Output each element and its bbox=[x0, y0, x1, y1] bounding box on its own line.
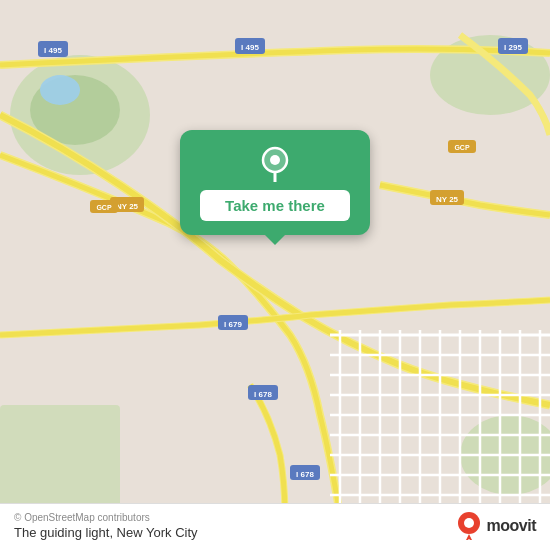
bottom-bar: © OpenStreetMap contributors The guiding… bbox=[0, 503, 550, 550]
svg-text:GCP: GCP bbox=[96, 204, 112, 211]
take-me-there-button[interactable]: Take me there bbox=[200, 190, 350, 221]
bottom-left-info: © OpenStreetMap contributors The guiding… bbox=[14, 512, 198, 540]
map-svg: I 495 I 495 I 295 NY 25 NY 25 GCP GCP I … bbox=[0, 0, 550, 550]
svg-text:I 678: I 678 bbox=[254, 390, 272, 399]
svg-text:I 495: I 495 bbox=[44, 46, 62, 55]
moovit-logo: moovit bbox=[455, 512, 536, 540]
svg-point-48 bbox=[270, 155, 280, 165]
svg-text:I 495: I 495 bbox=[241, 43, 259, 52]
moovit-logo-icon bbox=[455, 512, 483, 540]
map-container: I 495 I 495 I 295 NY 25 NY 25 GCP GCP I … bbox=[0, 0, 550, 550]
svg-point-3 bbox=[40, 75, 80, 105]
svg-text:GCP: GCP bbox=[454, 144, 470, 151]
svg-text:I 295: I 295 bbox=[504, 43, 522, 52]
copyright-text: © OpenStreetMap contributors bbox=[14, 512, 198, 523]
location-pin-icon bbox=[257, 146, 293, 182]
svg-point-50 bbox=[464, 518, 474, 528]
popup-card: Take me there bbox=[180, 130, 370, 235]
svg-text:NY 25: NY 25 bbox=[116, 202, 139, 211]
svg-text:I 679: I 679 bbox=[224, 320, 242, 329]
svg-text:NY 25: NY 25 bbox=[436, 195, 459, 204]
svg-rect-6 bbox=[0, 405, 120, 515]
location-text: The guiding light, New York City bbox=[14, 525, 198, 540]
moovit-wordmark: moovit bbox=[487, 517, 536, 535]
svg-text:I 678: I 678 bbox=[296, 470, 314, 479]
